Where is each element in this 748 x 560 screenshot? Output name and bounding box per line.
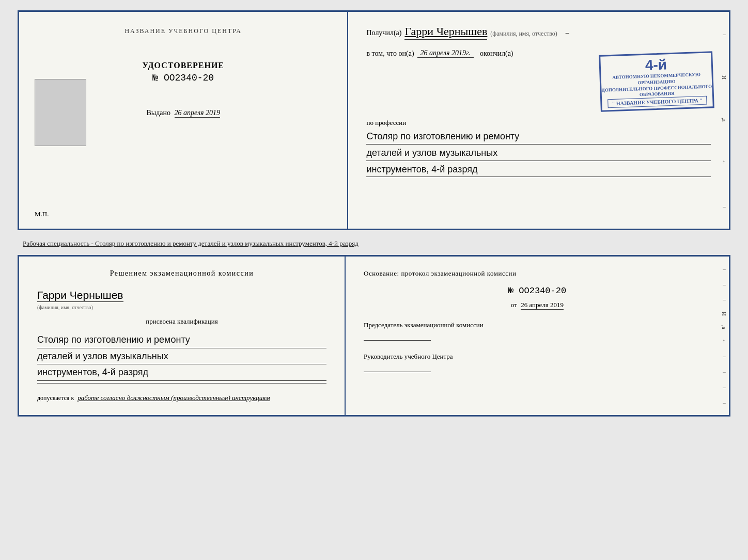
vydano-date: 26 апреля 2019	[175, 109, 220, 118]
photo-placeholder	[35, 79, 86, 146]
profession-label: по профессии	[366, 119, 711, 127]
stamp-overlay: 4-й АВТОНОМНУЮ НЕКОММЕРЧЕСКУЮ ОРГАНИЗАЦИ…	[599, 51, 714, 112]
chairman-block: Председатель экзаменационной комиссии	[364, 321, 711, 341]
extra-line	[37, 383, 326, 383]
bottom-right-page: Основание: протокол экзаменационной коми…	[346, 257, 729, 415]
decision-title: Решением экзаменационной комиссии	[37, 269, 326, 278]
vtom-prefix: в том, что он(а)	[366, 50, 414, 58]
deco-dash-2: –	[723, 203, 726, 210]
recipient-label: Получил(а)	[366, 29, 401, 37]
head-block: Руководитель учебного Центра	[364, 352, 711, 372]
person-name-bottom: Гарри Чернышев	[37, 289, 123, 302]
certificate-block: УДОСТОВЕРЕНИЕ № OO2340-20	[142, 61, 224, 83]
deco-b-a: ,а	[721, 325, 727, 329]
top-document: НАЗВАНИЕ УЧЕБНОГО ЦЕНТРА УДОСТОВЕРЕНИЕ №…	[18, 10, 730, 230]
chairman-signature-line	[364, 340, 431, 341]
qual-line3: инструментов, 4-й разряд	[37, 364, 326, 381]
certificate-number: № OO2340-20	[142, 73, 224, 83]
from-prefix: от	[511, 301, 517, 309]
head-title: Руководитель учебного Центра	[364, 352, 711, 361]
profession-line1: Столяр по изготовлению и ремонту	[366, 129, 711, 145]
top-right-page: Получил(а) Гарри Чернышев (фамилия, имя,…	[348, 12, 729, 229]
deco-b-i: И	[721, 312, 727, 316]
qual-line2: деталей и узлов музыкальных	[37, 348, 326, 365]
recipient-subtext: (фамилия, имя, отчество)	[490, 30, 557, 40]
person-subtext-bottom: (фамилия, имя, отчество)	[37, 305, 93, 310]
qualification-block: Столяр по изготовлению и ремонту деталей…	[37, 332, 326, 383]
deco-dash-1: –	[723, 31, 726, 37]
deco-b-7: –	[723, 399, 726, 406]
recipient-name: Гарри Чернышев	[404, 25, 487, 40]
deco-b-6: –	[723, 384, 726, 390]
assigned-label: присвоена квалификация	[37, 317, 326, 326]
chairman-title: Председатель экзаменационной комиссии	[364, 321, 711, 330]
bottom-document: Решением экзаменационной комиссии Гарри …	[18, 255, 730, 417]
dopuskaetsya-text: работе согласно должностным (производств…	[77, 394, 270, 402]
dopuskaetsya-block: допускается к работе согласно должностны…	[37, 394, 326, 402]
bottom-right-side-deco: – – – И ,а ← – – – –	[720, 257, 729, 415]
profession-line2: деталей и узлов музыкальных	[366, 146, 711, 161]
vydano-line: Выдано 26 апреля 2019	[146, 109, 220, 117]
profession-block: по профессии Столяр по изготовлению и ре…	[366, 115, 711, 177]
mp-label: М.П.	[35, 210, 49, 218]
deco-char-a: ,а	[721, 118, 727, 122]
deco-b-5: –	[723, 369, 726, 375]
bottom-left-page: Решением экзаменационной комиссии Гарри …	[19, 257, 346, 415]
deco-char-i: И	[721, 75, 727, 79]
from-date: 26 апреля 2019	[521, 301, 564, 310]
middle-text: Рабочая специальность - Столяр по изгото…	[18, 236, 730, 249]
from-date-line: от 26 апреля 2019	[364, 301, 711, 309]
head-signature-line	[364, 372, 431, 372]
deco-b-3: –	[723, 296, 726, 302]
certificate-title: УДОСТОВЕРЕНИЕ	[142, 61, 224, 70]
vtom-date: 26 апреля 2019г.	[417, 49, 474, 58]
middle-text-content: Рабочая специальность - Столяр по изгото…	[23, 239, 359, 247]
top-header-label: НАЗВАНИЕ УЧЕБНОГО ЦЕНТРА	[124, 27, 242, 35]
vydano-label: Выдано	[146, 109, 170, 117]
qual-line1: Столяр по изготовлению и ремонту	[37, 332, 326, 348]
deco-b-4: –	[723, 353, 726, 359]
deco-b-arrow: ←	[721, 339, 727, 344]
deco-b-2: –	[723, 281, 726, 287]
top-left-page: НАЗВАНИЕ УЧЕБНОГО ЦЕНТРА УДОСТОВЕРЕНИЕ №…	[19, 12, 348, 229]
dash-1: –	[566, 29, 569, 37]
right-side-decorations: – И ,а ← –	[720, 12, 729, 229]
protocol-number: № OO2340-20	[364, 286, 711, 296]
stamp-number: 4-й	[645, 56, 667, 73]
osnovaniye-label: Основание: протокол экзаменационной коми…	[364, 269, 711, 278]
okoncil-label: окончил(а)	[480, 50, 513, 58]
deco-char-arrow: ←	[721, 159, 727, 165]
deco-b-1: –	[723, 266, 726, 272]
dopuskaetsya-prefix: допускается к	[37, 394, 74, 402]
profession-line3: инструментов, 4-й разряд	[366, 162, 711, 178]
